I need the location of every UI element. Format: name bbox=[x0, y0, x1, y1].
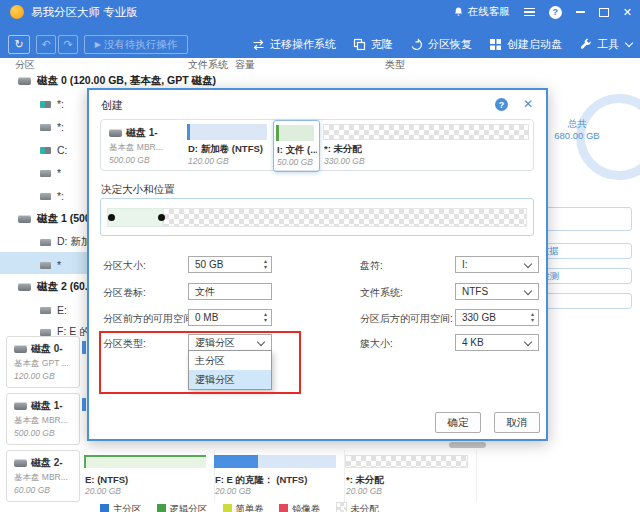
dialog-close-icon[interactable]: ✕ bbox=[523, 97, 533, 111]
minimize-button[interactable] bbox=[576, 11, 585, 13]
partition-size: 50.00 GB bbox=[277, 157, 313, 167]
slider-left-handle[interactable] bbox=[108, 214, 115, 221]
clone-button[interactable]: 克隆 bbox=[353, 37, 393, 52]
spinner-icon[interactable]: ▴▾ bbox=[264, 258, 267, 270]
cancel-button[interactable]: 取消 bbox=[494, 412, 540, 433]
dialog-disk-info: 磁盘 1- 基本盘 MBR... 500.00 GB bbox=[109, 126, 163, 165]
create-bootdisk-button[interactable]: 创建启动盘 bbox=[489, 37, 562, 52]
partition-bar[interactable] bbox=[214, 455, 336, 468]
header-bar: 易我分区大师 专业版 在线客服 ? ✕ ↻ ↶ ↷ ▶ 没有待执行操作 bbox=[0, 0, 640, 58]
migrate-os-button[interactable]: 迁移操作系统 bbox=[252, 37, 336, 52]
chevron-down-icon bbox=[524, 260, 532, 268]
slider-right-handle[interactable] bbox=[158, 214, 165, 221]
drive-letter-select[interactable]: I: bbox=[455, 256, 539, 273]
dialog-partition-unallocated[interactable]: *: 未分配 330.00 GB bbox=[321, 120, 533, 170]
legend-logical: 逻辑分区 bbox=[157, 503, 208, 512]
tree-item-partition[interactable]: *: bbox=[40, 94, 64, 114]
cluster-size-select[interactable]: 4 KB bbox=[455, 334, 539, 351]
dialog-partition-d[interactable]: D: 新加卷 (NTFS) 120.00 GB bbox=[185, 120, 272, 170]
partition-size: 120.00 GB bbox=[188, 156, 229, 166]
tree-item-selected-partition[interactable]: * bbox=[40, 255, 61, 275]
tree-item-partition[interactable]: *: bbox=[40, 186, 64, 206]
partition-recovery-button[interactable]: 分区恢复 bbox=[410, 37, 472, 52]
dropdown-option-primary[interactable]: 主分区 bbox=[189, 351, 271, 370]
dialog-help-icon[interactable]: ? bbox=[495, 98, 508, 111]
partition-cell-e[interactable]: E: (NTFS) 20.00 GB bbox=[84, 450, 215, 502]
field-label-cluster-size: 簇大小: bbox=[360, 337, 393, 351]
unallocated-bar bbox=[323, 124, 529, 140]
app-window: 易我分区大师 专业版 在线客服 ? ✕ ↻ ↶ ↷ ▶ 没有待执行操作 bbox=[0, 0, 640, 512]
help-icon[interactable]: ? bbox=[549, 6, 562, 19]
dialog-disk-type: 基本盘 MBR... bbox=[109, 142, 163, 154]
chevron-down-icon bbox=[257, 338, 265, 346]
dropdown-option-logical[interactable]: 逻辑分区 bbox=[189, 370, 271, 389]
space-before-value: 0 MB bbox=[195, 312, 218, 323]
disk-icon bbox=[14, 402, 27, 410]
partition-type-select[interactable]: 逻辑分区 bbox=[188, 334, 272, 351]
partition-label: D: 新加卷 (NTFS) bbox=[188, 143, 271, 156]
partition-icon bbox=[40, 193, 51, 200]
tree-item-c-drive[interactable]: C: bbox=[40, 140, 68, 160]
disk-total-label: 总共 bbox=[548, 118, 606, 130]
disk-total: 总共 680.00 GB bbox=[548, 118, 606, 142]
tree-item-partition[interactable]: *: bbox=[40, 117, 64, 137]
menu-list-icon[interactable] bbox=[524, 8, 535, 17]
partition-cell-unallocated[interactable]: *: 未分配 20.00 GB bbox=[345, 450, 477, 502]
refresh-button[interactable]: ↻ bbox=[8, 35, 30, 54]
legend-primary-swatch bbox=[100, 504, 109, 512]
partition-type-dropdown: 主分区 逻辑分区 bbox=[188, 350, 272, 390]
tree-item-label: 磁盘 0 (120.00 GB, 基本盘, GPT 磁盘) bbox=[37, 74, 216, 88]
disk-card-size: 60.00 GB bbox=[14, 485, 79, 495]
tree-item-partition[interactable]: * bbox=[40, 163, 61, 183]
disk-card-disk1[interactable]: 磁盘 1- 基本盘 MBR... 500.00 GB bbox=[6, 393, 80, 445]
chevron-down-icon bbox=[524, 287, 532, 295]
space-after-input[interactable]: 330 GB ▴▾ bbox=[455, 309, 539, 326]
spinner-icon[interactable]: ▴▾ bbox=[264, 311, 267, 323]
partition-bar[interactable] bbox=[84, 455, 206, 468]
pending-operations-button[interactable]: ▶ 没有待执行操作 bbox=[84, 35, 188, 54]
tools-menu-button[interactable]: 工具 bbox=[579, 37, 632, 52]
horizontal-scrollbar-thumb[interactable] bbox=[449, 442, 486, 448]
legend-primary: 主分区 bbox=[100, 503, 142, 512]
tree-item-label: *: bbox=[57, 98, 64, 110]
filesystem-select[interactable]: NTFS bbox=[455, 283, 539, 300]
partition-cell-f[interactable]: F: E 的克隆： (NTFS) 20.00 GB bbox=[214, 450, 345, 502]
wrench-icon bbox=[579, 38, 592, 51]
partition-icon bbox=[40, 329, 51, 336]
disk-card-disk0[interactable]: 磁盘 0- 基本盘 GPT ... 120.00 GB bbox=[6, 336, 80, 388]
disk-card-disk2[interactable]: 磁盘 2- 基本盘 MBR... 60.00 GB bbox=[6, 450, 80, 502]
ok-button[interactable]: 确定 bbox=[435, 412, 481, 433]
disk-icon bbox=[18, 283, 31, 291]
drive-letter-value: I: bbox=[462, 259, 468, 270]
tree-item-label: *: bbox=[57, 121, 64, 133]
partition-label: *: 未分配 bbox=[324, 143, 362, 156]
disk-icon bbox=[109, 129, 122, 137]
partition-bar-fragment bbox=[82, 341, 86, 354]
clone-label: 克隆 bbox=[371, 37, 393, 52]
slider-track[interactable] bbox=[107, 208, 527, 227]
column-header-capacity: 容量 bbox=[235, 58, 255, 73]
legend-unallocated-swatch bbox=[336, 502, 347, 512]
volume-label-input[interactable]: 文件 bbox=[188, 283, 272, 300]
unallocated-bar[interactable] bbox=[345, 455, 468, 468]
partition-icon bbox=[40, 124, 51, 131]
dialog-partition-i-selected[interactable]: I: 文件 (... 50.00 GB bbox=[273, 120, 320, 172]
spinner-icon[interactable]: ▴▾ bbox=[531, 311, 534, 323]
disk-icon bbox=[18, 215, 31, 223]
disk-card-name: 磁盘 1- bbox=[31, 399, 63, 413]
partition-size-input[interactable]: 50 GB ▴▾ bbox=[188, 256, 272, 273]
maximize-button[interactable] bbox=[599, 8, 609, 17]
undo-button[interactable]: ↶ bbox=[36, 35, 56, 54]
close-button[interactable]: ✕ bbox=[623, 6, 632, 19]
tree-item-e-drive[interactable]: E: bbox=[40, 300, 67, 320]
space-before-input[interactable]: 0 MB ▴▾ bbox=[188, 309, 272, 326]
size-position-slider[interactable] bbox=[100, 198, 534, 236]
tree-item-label: * bbox=[57, 167, 61, 179]
disk-card-size: 500.00 GB bbox=[14, 428, 79, 438]
redo-button[interactable]: ↷ bbox=[58, 35, 78, 54]
dialog-disk-size: 500.00 GB bbox=[109, 155, 163, 165]
field-label-drive-letter: 盘符: bbox=[360, 259, 383, 273]
disk-total-value: 680.00 GB bbox=[548, 130, 606, 142]
online-support-button[interactable]: 在线客服 bbox=[453, 5, 510, 19]
field-label-space-before: 分区前方的可用空间: bbox=[103, 312, 196, 326]
